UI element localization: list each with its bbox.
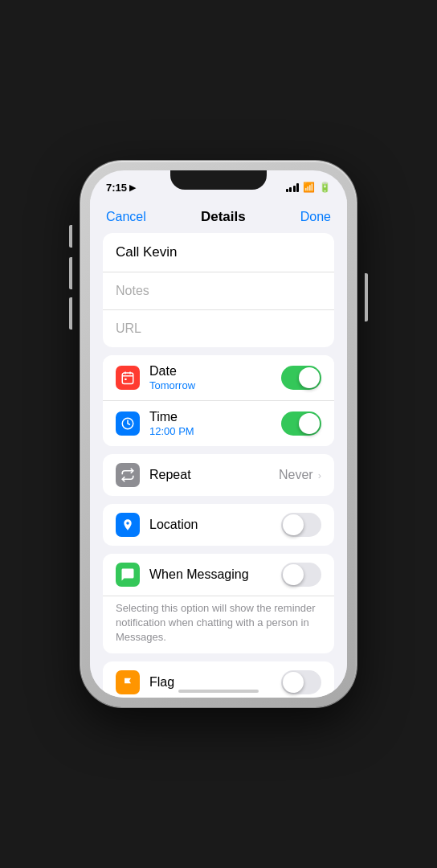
flag-toggle[interactable]: [281, 670, 321, 694]
silent-button[interactable]: [69, 225, 72, 248]
time-row[interactable]: Time 12:00 PM: [103, 401, 334, 446]
notes-field[interactable]: Notes: [103, 272, 334, 310]
volume-up-button[interactable]: [69, 257, 72, 289]
date-row[interactable]: Date Tomorrow: [103, 355, 334, 401]
location-toggle-knob: [283, 514, 304, 535]
repeat-card: Repeat Never ›: [103, 454, 334, 496]
page-title: Details: [201, 209, 246, 225]
date-icon: [116, 366, 140, 390]
location-toggle-area: [281, 513, 321, 537]
time-toggle-area: [281, 411, 321, 436]
messaging-label: When Messaging: [149, 567, 281, 582]
svg-rect-4: [125, 379, 126, 380]
messaging-content: When Messaging: [149, 567, 281, 582]
time-toggle-knob: [299, 413, 320, 434]
task-title-field[interactable]: Call Kevin: [103, 233, 334, 272]
messaging-description: Selecting this option will show the remi…: [103, 596, 334, 653]
home-indicator[interactable]: [178, 690, 259, 693]
date-toggle-area: [281, 366, 321, 390]
done-button[interactable]: Done: [300, 210, 331, 224]
messaging-toggle-area: [281, 563, 321, 587]
battery-icon: 🔋: [319, 182, 331, 193]
repeat-row[interactable]: Repeat Never ›: [103, 454, 334, 496]
location-content: Location: [149, 518, 281, 532]
messaging-icon: [116, 563, 140, 587]
messaging-card: When Messaging Selecting this option wil…: [103, 554, 334, 653]
repeat-icon: [116, 463, 140, 487]
messaging-toggle[interactable]: [281, 563, 321, 587]
time-toggle[interactable]: [281, 411, 321, 436]
phone-screen: 7:15 ▶ 📶 🔋 Cancel Details Done: [90, 170, 347, 698]
cancel-button[interactable]: Cancel: [106, 210, 146, 224]
flag-label: Flag: [149, 675, 281, 690]
location-row[interactable]: Location: [103, 504, 334, 546]
url-field[interactable]: URL: [103, 310, 334, 347]
repeat-value: Never: [279, 468, 313, 482]
signal-icon: [286, 183, 300, 192]
status-time: 7:15: [106, 182, 127, 194]
location-arrow-icon: ▶: [129, 182, 136, 193]
notch: [170, 170, 267, 190]
flag-icon: [116, 670, 140, 694]
date-toggle-knob: [299, 367, 320, 388]
status-icons: 📶 🔋: [286, 182, 332, 193]
time-value: 12:00 PM: [149, 425, 281, 437]
phone-frame: 7:15 ▶ 📶 🔋 Cancel Details Done: [80, 161, 357, 707]
repeat-label: Repeat: [149, 468, 279, 482]
flag-toggle-area: [281, 670, 321, 694]
task-info-card: Call Kevin Notes URL: [103, 233, 334, 347]
flag-content: Flag: [149, 675, 281, 690]
nav-bar: Cancel Details Done: [90, 199, 347, 233]
messaging-toggle-knob: [283, 564, 304, 585]
date-value: Tomorrow: [149, 379, 281, 391]
date-toggle[interactable]: [281, 366, 321, 390]
repeat-right: Never ›: [279, 468, 321, 482]
time-icon: [116, 411, 140, 436]
date-label: Date: [149, 364, 281, 379]
repeat-content: Repeat: [149, 468, 279, 482]
time-label: Time: [149, 410, 281, 424]
time-content: Time 12:00 PM: [149, 410, 281, 437]
messaging-row[interactable]: When Messaging: [103, 554, 334, 596]
wifi-icon: 📶: [303, 182, 315, 193]
content-area: Cancel Details Done Call Kevin Notes URL: [90, 199, 347, 698]
location-label: Location: [149, 518, 281, 532]
location-card: Location: [103, 504, 334, 546]
repeat-chevron-icon: ›: [318, 469, 321, 481]
location-icon: [116, 513, 140, 537]
flag-toggle-knob: [283, 672, 304, 693]
power-button[interactable]: [365, 273, 368, 321]
datetime-card: Date Tomorrow: [103, 355, 334, 446]
location-toggle[interactable]: [281, 513, 321, 537]
svg-rect-0: [122, 373, 133, 384]
volume-down-button[interactable]: [69, 297, 72, 330]
date-content: Date Tomorrow: [149, 364, 281, 391]
